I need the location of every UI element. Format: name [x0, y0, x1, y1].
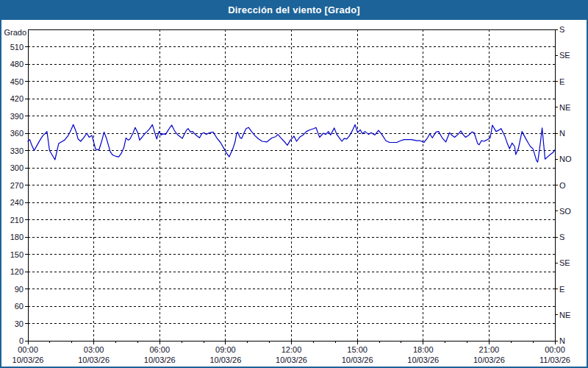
compass-label: N: [559, 336, 565, 345]
chart-title-bar: Dirección del viento [Grado]: [0, 0, 588, 20]
x-axis-date-label: 11/03/26: [539, 355, 570, 364]
x-axis-date-label: 10/03/26: [407, 355, 439, 364]
x-axis-time-label: 00:00: [18, 345, 38, 354]
x-axis-date-label: 10/03/26: [78, 355, 110, 364]
y-axis-tick-label: 360: [10, 129, 24, 138]
compass-label: NE: [559, 103, 570, 112]
compass-label: E: [559, 285, 564, 294]
x-axis-time-label: 18:00: [413, 345, 434, 354]
compass-label: S: [559, 233, 564, 241]
x-axis-date-label: 10/03/26: [276, 355, 307, 364]
wind-direction-line: [28, 124, 555, 162]
x-axis-time-label: 12:00: [282, 345, 302, 354]
x-axis-time-label: 21:00: [479, 345, 500, 354]
x-axis-time-label: 15:00: [347, 345, 368, 354]
y-axis-tick-label: 150: [10, 250, 24, 259]
x-axis-date-label: 10/03/26: [342, 355, 373, 364]
compass-label: S: [559, 25, 564, 34]
y-axis-tick-label: 30: [15, 319, 24, 328]
compass-label: N: [559, 129, 565, 138]
x-axis-time-label: 00:00: [545, 345, 565, 354]
compass-label: O: [559, 181, 566, 190]
x-axis-time-label: 03:00: [84, 345, 104, 354]
chart-area: 0306090120150180210240270300330360390420…: [1, 20, 587, 367]
x-axis-date-label: 10/03/26: [144, 355, 176, 364]
y-axis-tick-label: 510: [10, 43, 24, 52]
x-axis-time-label: 09:00: [215, 345, 236, 354]
compass-label: SE: [559, 51, 570, 60]
x-axis-date-label: 10/03/26: [209, 355, 241, 364]
chart-canvas: 0306090120150180210240270300330360390420…: [1, 20, 587, 367]
y-axis-tick-label: 0: [19, 336, 24, 345]
compass-label: NO: [559, 155, 572, 163]
compass-label: NE: [559, 311, 570, 319]
y-axis-tick-label: 450: [10, 77, 24, 86]
y-axis-tick-label: 420: [10, 94, 24, 103]
y-axis-tick-label: 240: [10, 198, 24, 207]
y-axis-tick-label: 480: [10, 60, 24, 68]
y-axis-tick-label: 270: [10, 181, 24, 190]
y-axis-tick-label: 300: [10, 163, 24, 172]
x-axis-date-label: 10/03/26: [473, 355, 505, 364]
y-axis-tick-label: 120: [10, 267, 24, 276]
y-axis-title: Grado: [4, 28, 26, 37]
y-axis-tick-label: 330: [10, 146, 24, 155]
compass-label: SE: [559, 258, 570, 267]
y-axis-tick-label: 90: [15, 285, 24, 294]
y-axis-tick-label: 60: [15, 302, 24, 311]
x-axis-date-label: 10/03/26: [12, 355, 44, 364]
y-axis-tick-label: 180: [10, 233, 24, 241]
chart-title: Dirección del viento [Grado]: [228, 4, 360, 15]
compass-label: SO: [559, 207, 571, 216]
chart-window: Dirección del viento [Grado] 03060901201…: [0, 0, 588, 368]
compass-label: E: [559, 77, 564, 86]
y-axis-tick-label: 390: [10, 112, 24, 121]
y-axis-tick-label: 210: [10, 216, 24, 224]
x-axis-time-label: 06:00: [149, 345, 170, 354]
